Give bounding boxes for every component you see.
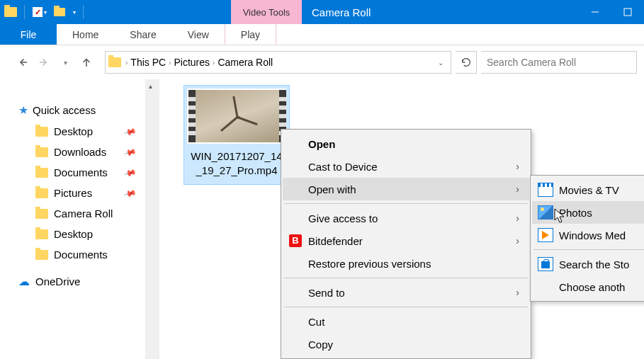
submenu-search-store[interactable]: Search the Sto	[532, 253, 644, 275]
breadcrumb-camera-roll[interactable]: Camera Roll	[215, 57, 276, 68]
submenu-windows-media-player[interactable]: Windows Med	[532, 224, 644, 246]
address-folder-icon	[108, 57, 121, 67]
folder-icon	[35, 147, 48, 157]
ctx-cast-to-device[interactable]: Cast to Device›	[283, 155, 529, 178]
quick-access-label: Quick access	[33, 104, 96, 116]
forward-button[interactable]	[35, 54, 52, 71]
minimize-button[interactable]	[579, 0, 611, 24]
chevron-right-icon: ›	[516, 287, 519, 298]
ctx-open-with[interactable]: Open with›	[283, 178, 529, 200]
sidebar-item-downloads[interactable]: Downloads📌	[0, 142, 145, 162]
photos-icon	[538, 205, 553, 220]
sidebar-item-label: Documents	[54, 166, 108, 178]
folder-icon	[35, 229, 48, 239]
sidebar-item-documents[interactable]: Documents	[0, 244, 145, 265]
ctx-cut[interactable]: Cut	[283, 310, 529, 333]
up-button[interactable]	[78, 54, 95, 71]
pin-icon: 📌	[123, 166, 137, 180]
video-thumbnail	[187, 89, 286, 144]
sidebar-item-label: Downloads	[54, 146, 106, 158]
store-icon	[538, 257, 553, 271]
ribbon: File Home Share View Play	[0, 24, 644, 45]
sidebar-item-camera-roll[interactable]: Camera Roll	[0, 203, 145, 224]
maximize-button[interactable]	[611, 0, 644, 24]
sidebar-item-label: Camera Roll	[54, 207, 113, 220]
qat-properties-button[interactable]: ✓▾	[32, 4, 47, 20]
search-input[interactable]: Search Camera Roll	[481, 51, 637, 74]
qat-customize-icon[interactable]: ▾	[73, 9, 76, 16]
folder-icon	[35, 250, 48, 260]
pin-icon: 📌	[123, 186, 137, 200]
file-item-selected[interactable]: WIN_20171207_14_19_27_Pro.mp4	[183, 85, 290, 185]
separator	[284, 203, 528, 204]
chevron-right-icon: ›	[516, 183, 519, 195]
address-bar[interactable]: › This PC › Pictures › Camera Roll ⌄	[105, 51, 451, 74]
ctx-restore-versions[interactable]: Restore previous versions	[283, 252, 529, 275]
breadcrumb-pictures[interactable]: Pictures	[171, 57, 213, 68]
ctx-bitdefender[interactable]: BBitdefender›	[283, 229, 529, 252]
nav-bar: ▾ › This PC › Pictures › Camera Roll ⌄ S…	[0, 45, 644, 79]
tab-play[interactable]: Play	[225, 24, 276, 45]
ctx-give-access[interactable]: Give access to›	[283, 207, 529, 229]
folder-icon	[35, 127, 48, 137]
submenu-movies-tv[interactable]: Movies & TV	[532, 178, 644, 201]
chevron-right-icon: ›	[516, 235, 519, 246]
chevron-right-icon: ›	[516, 161, 519, 172]
tab-share[interactable]: Share	[114, 24, 171, 45]
sidebar-item-pictures[interactable]: Pictures📌	[0, 183, 145, 203]
context-menu: Open Cast to Device› Open with› Give acc…	[281, 129, 531, 359]
file-name-label: WIN_20171207_14_19_27_Pro.mp4	[184, 147, 289, 177]
sidebar-item-desktop[interactable]: Desktop📌	[0, 121, 145, 142]
recent-dropdown[interactable]: ▾	[57, 54, 74, 71]
file-tab[interactable]: File	[0, 24, 57, 45]
contextual-tool-tab[interactable]: Video Tools	[231, 0, 302, 24]
sidebar-scrollbar[interactable]	[145, 79, 159, 359]
sidebar-item-label: Documents	[54, 249, 108, 261]
ctx-send-to[interactable]: Send to›	[283, 281, 529, 304]
separator	[284, 278, 528, 278]
quick-access-header[interactable]: ★ Quick access	[0, 99, 145, 121]
movies-tv-icon	[538, 183, 553, 197]
qat-new-folder-button[interactable]	[52, 4, 67, 20]
sidebar-item-documents[interactable]: Documents📌	[0, 162, 145, 183]
submenu-choose-another[interactable]: Choose anoth	[532, 275, 644, 298]
bitdefender-icon: B	[288, 234, 303, 248]
folder-icon	[35, 168, 48, 178]
sidebar-item-label: Desktop	[54, 228, 93, 240]
tab-view[interactable]: View	[172, 24, 225, 45]
nav-pane: ★ Quick access Desktop📌Downloads📌Documen…	[0, 79, 145, 359]
back-button[interactable]	[14, 54, 31, 71]
tab-home[interactable]: Home	[57, 24, 114, 45]
folder-icon	[35, 188, 48, 198]
sidebar-onedrive[interactable]: ☁ OneDrive	[0, 265, 145, 292]
svg-rect-1	[624, 8, 631, 16]
wmp-icon	[538, 228, 553, 242]
ctx-copy[interactable]: Copy	[283, 333, 529, 355]
open-with-submenu: Movies & TV Photos Windows Med Search th…	[530, 175, 644, 302]
chevron-right-icon: ›	[516, 212, 519, 224]
folder-icon	[35, 209, 48, 219]
separator	[533, 249, 644, 250]
cloud-icon: ☁	[18, 275, 30, 288]
app-folder-icon	[4, 7, 17, 17]
star-icon: ★	[18, 103, 28, 117]
pin-icon: 📌	[123, 125, 137, 139]
submenu-photos[interactable]: Photos	[532, 201, 644, 224]
address-dropdown[interactable]: ⌄	[434, 59, 448, 67]
sidebar-item-label: Pictures	[54, 187, 92, 199]
window-title: Camera Roll	[312, 0, 371, 24]
sidebar-item-label: Desktop	[54, 125, 93, 137]
onedrive-label: OneDrive	[35, 275, 80, 287]
sidebar-item-desktop[interactable]: Desktop	[0, 224, 145, 244]
pin-icon: 📌	[123, 145, 137, 159]
separator	[284, 307, 528, 307]
ctx-open[interactable]: Open	[283, 132, 529, 155]
title-bar: ✓▾ ▾ Video Tools Camera Roll	[0, 0, 644, 24]
breadcrumb-this-pc[interactable]: This PC	[128, 57, 169, 68]
refresh-button[interactable]	[456, 51, 477, 74]
